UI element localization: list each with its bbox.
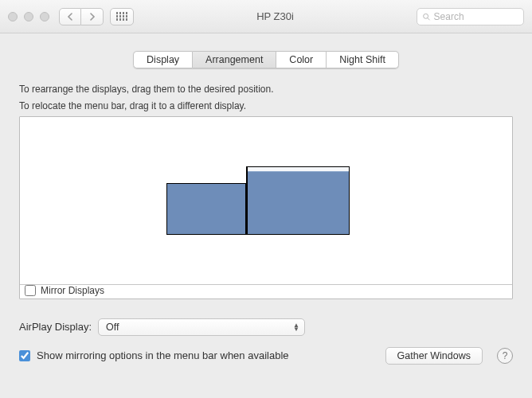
- search-field[interactable]: [417, 8, 524, 25]
- display-primary[interactable]: [246, 166, 350, 235]
- display-canvas[interactable]: [20, 117, 512, 284]
- tab-night-shift[interactable]: Night Shift: [327, 51, 399, 68]
- window-controls: [8, 12, 49, 21]
- show-mirroring-checkbox[interactable]: [19, 350, 30, 361]
- display-secondary[interactable]: [166, 183, 246, 235]
- zoom-icon[interactable]: [40, 12, 49, 21]
- help-button[interactable]: ?: [497, 348, 513, 364]
- search-icon: [422, 12, 431, 21]
- grid-icon: [116, 12, 128, 21]
- search-input[interactable]: [434, 11, 518, 22]
- bottom-controls: AirPlay Display: Off ▲▼: [0, 299, 532, 336]
- mirror-displays-checkbox[interactable]: [25, 285, 36, 296]
- chevron-right-icon: [89, 13, 96, 21]
- arrangement-area: Mirror Displays: [19, 116, 513, 299]
- gather-windows-button[interactable]: Gather Windows: [385, 347, 483, 365]
- instruction-line-1: To rearrange the displays, drag them to …: [19, 83, 513, 96]
- footer: Show mirroring options in the menu bar w…: [0, 347, 532, 365]
- panel: To rearrange the displays, drag them to …: [19, 83, 513, 299]
- menu-bar-handle[interactable]: [248, 167, 349, 172]
- window-title: HP Z30i: [134, 10, 417, 22]
- tab-bar: Display Arrangement Color Night Shift: [0, 51, 532, 68]
- forward-button[interactable]: [81, 8, 104, 25]
- show-mirroring-label: Show mirroring options in the menu bar w…: [37, 349, 289, 361]
- chevron-left-icon: [67, 13, 73, 21]
- mirror-displays-label: Mirror Displays: [41, 285, 104, 296]
- show-all-button[interactable]: [110, 8, 134, 25]
- nav-buttons: [59, 8, 104, 25]
- back-button[interactable]: [59, 8, 81, 25]
- svg-line-1: [428, 18, 429, 19]
- minimize-icon[interactable]: [24, 12, 33, 21]
- updown-icon: ▲▼: [293, 323, 299, 331]
- airplay-select[interactable]: Off ▲▼: [98, 318, 305, 336]
- instruction-line-2: To relocate the menu bar, drag it to a d…: [19, 100, 513, 113]
- tab-arrangement[interactable]: Arrangement: [193, 51, 276, 68]
- close-icon[interactable]: [8, 12, 18, 21]
- tab-color[interactable]: Color: [276, 51, 327, 68]
- titlebar: HP Z30i: [0, 0, 532, 33]
- airplay-value: Off: [106, 322, 119, 333]
- tab-display[interactable]: Display: [133, 51, 193, 68]
- airplay-label: AirPlay Display:: [19, 321, 92, 333]
